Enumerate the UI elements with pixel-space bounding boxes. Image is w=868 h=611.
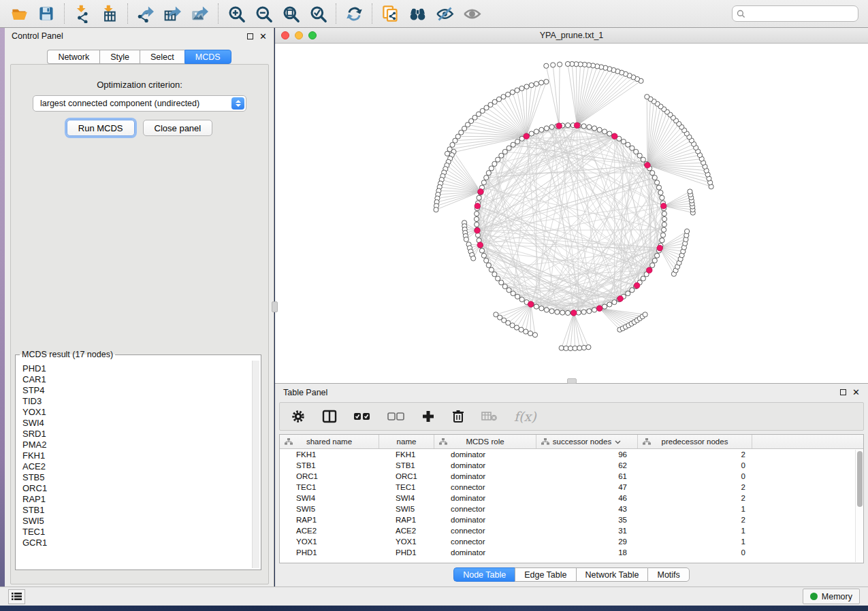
- network-node[interactable]: [528, 331, 533, 335]
- network-node[interactable]: [481, 180, 486, 185]
- dominator-node[interactable]: [617, 296, 624, 302]
- export-image-icon[interactable]: [187, 2, 214, 25]
- close-panel-button[interactable]: Close panel: [143, 120, 213, 136]
- network-node[interactable]: [534, 129, 539, 134]
- network-node[interactable]: [592, 308, 597, 312]
- mcds-result-item[interactable]: STB1: [22, 505, 246, 516]
- network-node[interactable]: [612, 300, 617, 305]
- network-node[interactable]: [643, 312, 647, 317]
- dominator-node[interactable]: [528, 301, 534, 308]
- network-node[interactable]: [544, 126, 549, 131]
- network-node[interactable]: [492, 161, 497, 166]
- column-header-shared-name[interactable]: shared name: [280, 435, 379, 448]
- delete-column-icon[interactable]: [451, 409, 465, 424]
- network-node[interactable]: [534, 82, 539, 86]
- network-node[interactable]: [524, 329, 528, 334]
- dominator-node[interactable]: [574, 122, 580, 129]
- network-node[interactable]: [499, 280, 504, 285]
- network-node[interactable]: [564, 346, 568, 350]
- network-node[interactable]: [486, 263, 491, 267]
- table-row[interactable]: STB1STB1dominator620: [280, 460, 863, 471]
- network-node[interactable]: [566, 123, 570, 128]
- network-node[interactable]: [597, 127, 602, 132]
- close-table-panel-icon[interactable]: ✕: [852, 389, 860, 395]
- horizontal-splitter-handle[interactable]: [567, 378, 577, 384]
- network-node[interactable]: [471, 256, 476, 261]
- dominator-node[interactable]: [646, 267, 652, 274]
- network-node[interactable]: [645, 95, 649, 99]
- table-row[interactable]: ORC1ORC1dominator610: [280, 471, 863, 482]
- network-node[interactable]: [577, 346, 582, 350]
- criterion-dropdown[interactable]: largest connected component (undirected): [33, 95, 246, 112]
- table-row[interactable]: ACE2ACE2connector311: [280, 525, 863, 536]
- table-scrollbar-thumb[interactable]: [857, 451, 863, 507]
- network-node[interactable]: [652, 176, 657, 180]
- mcds-result-item[interactable]: ACE2: [22, 461, 246, 472]
- network-node[interactable]: [662, 212, 666, 216]
- network-node[interactable]: [658, 191, 663, 195]
- dominator-node[interactable]: [645, 163, 651, 169]
- network-node[interactable]: [539, 80, 544, 85]
- column-header-predecessor-nodes[interactable]: predecessor nodes: [638, 435, 752, 448]
- network-node[interactable]: [662, 227, 666, 232]
- network-node[interactable]: [479, 248, 484, 253]
- close-panel-icon[interactable]: ✕: [259, 33, 267, 39]
- network-node[interactable]: [650, 263, 655, 267]
- column-header-successor-nodes[interactable]: successor nodes: [536, 435, 638, 448]
- binoculars-icon[interactable]: [404, 2, 431, 25]
- network-node[interactable]: [544, 308, 549, 312]
- tab-network-table[interactable]: Network Table: [576, 567, 648, 582]
- dominator-node[interactable]: [571, 310, 577, 316]
- network-node[interactable]: [434, 208, 438, 212]
- mcds-result-item[interactable]: CAR1: [22, 374, 246, 385]
- mcds-result-item[interactable]: SWI4: [22, 418, 246, 429]
- network-node[interactable]: [568, 346, 573, 350]
- network-graph[interactable]: [275, 44, 868, 382]
- network-node[interactable]: [551, 63, 556, 67]
- network-node[interactable]: [581, 310, 586, 314]
- dominator-node[interactable]: [556, 123, 562, 129]
- mcds-result-item[interactable]: GCR1: [22, 538, 246, 548]
- network-node[interactable]: [607, 131, 612, 136]
- network-node[interactable]: [630, 288, 634, 293]
- network-node[interactable]: [587, 125, 592, 129]
- dominator-node[interactable]: [596, 306, 602, 312]
- dominator-node[interactable]: [612, 133, 618, 139]
- tab-node-table[interactable]: Node Table: [453, 567, 515, 582]
- network-node[interactable]: [587, 309, 592, 314]
- network-node[interactable]: [507, 288, 511, 293]
- network-node[interactable]: [539, 306, 544, 311]
- network-node[interactable]: [650, 171, 655, 176]
- network-node[interactable]: [511, 291, 515, 296]
- dominator-node[interactable]: [477, 242, 483, 248]
- network-node[interactable]: [688, 189, 692, 194]
- network-node[interactable]: [464, 237, 468, 242]
- network-node[interactable]: [660, 233, 665, 237]
- network-node[interactable]: [559, 346, 564, 350]
- network-node[interactable]: [662, 216, 666, 221]
- network-node[interactable]: [581, 124, 586, 129]
- mcds-result-item[interactable]: RAP1: [22, 494, 246, 505]
- network-node[interactable]: [656, 185, 661, 190]
- gear-icon[interactable]: [291, 409, 306, 424]
- network-node[interactable]: [534, 304, 539, 309]
- network-node[interactable]: [486, 171, 491, 176]
- network-node[interactable]: [484, 176, 489, 180]
- apply-layout-icon[interactable]: [340, 2, 368, 25]
- network-node[interactable]: [602, 129, 607, 134]
- network-node[interactable]: [489, 267, 494, 272]
- network-node[interactable]: [519, 86, 524, 90]
- export-table-icon[interactable]: [159, 2, 187, 25]
- panel-menu-icon[interactable]: [8, 589, 25, 604]
- network-node[interactable]: [641, 276, 645, 281]
- deselect-all-icon[interactable]: [387, 411, 405, 422]
- network-node[interactable]: [558, 62, 562, 67]
- dominator-node[interactable]: [634, 282, 640, 288]
- mcds-result-item[interactable]: TID3: [22, 396, 246, 407]
- select-all-icon[interactable]: [353, 411, 371, 422]
- network-overview-icon[interactable]: [376, 2, 404, 25]
- column-header-MCDS-role[interactable]: MCDS role: [434, 435, 536, 448]
- network-node[interactable]: [477, 195, 481, 200]
- tab-network[interactable]: Network: [47, 50, 99, 64]
- network-node[interactable]: [524, 84, 529, 89]
